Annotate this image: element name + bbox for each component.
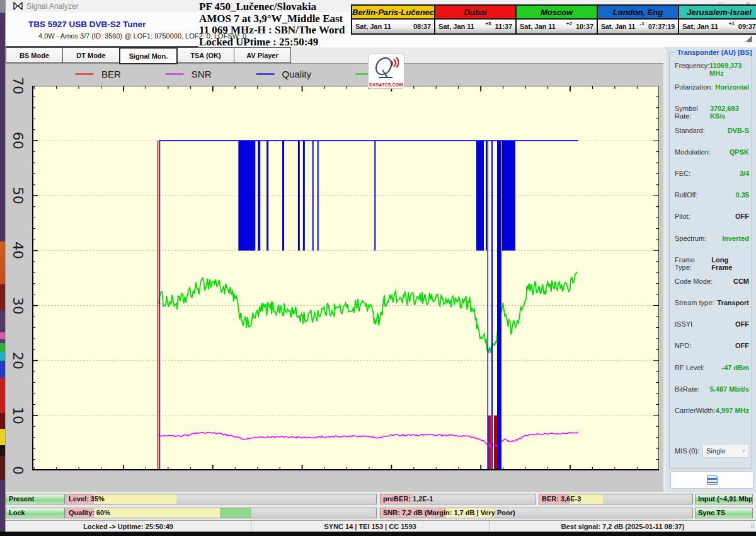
field-label: Symbol Rate:: [675, 105, 710, 120]
plot-background: [32, 86, 659, 470]
quality-dip: [487, 141, 488, 470]
mode-button-tsa-ok-[interactable]: TSA (OK): [177, 47, 234, 63]
transponder-rows: Frequency:11069,373 MHzPolarization:Hori…: [675, 62, 750, 428]
field-value: 3/4: [740, 170, 750, 177]
resize-grip-icon[interactable]: ⠿: [750, 523, 755, 530]
transponder-row: RF Level:-47 dBm: [675, 364, 750, 385]
field-value: 5,487 Mbit/s: [710, 385, 750, 393]
quality-dip: [282, 141, 284, 250]
header-line: 11 069 MHz-H : SBN/The Word: [199, 25, 345, 37]
header-line: AMOS 7 at 3,9°W_Middle East: [199, 13, 345, 25]
mode-button-av-player[interactable]: AV Player: [234, 47, 291, 63]
quality-dip: [312, 141, 314, 250]
field-label: FEC:: [675, 170, 690, 177]
quality-dip: [502, 141, 515, 250]
detail-view-button[interactable]: [670, 471, 753, 489]
transponder-row: Polarization:Horizontal: [675, 83, 750, 105]
quality-dip: [238, 141, 255, 250]
groupbox-title: Transponder (AU) [BS]: [675, 49, 755, 56]
status-section: Best signal: 7,2 dB (2025-01-11 08:37): [490, 521, 756, 532]
clock-panel[interactable]: MoscowSat, Jan 11+210:37: [515, 4, 598, 35]
signal-chart: [32, 86, 659, 470]
signal-meters: PresentLevel: 35%preBER: 1,2E-1BER: 3,6E…: [6, 492, 756, 520]
clock-utc-offset: +3: [485, 20, 491, 26]
clock-body: Sat, Jan 11+109:37: [678, 20, 756, 35]
chart-legend: BERSNRQualityLevel: [75, 69, 404, 79]
field-label: Stream type:: [675, 299, 714, 306]
field-value: -47 dBm: [722, 364, 750, 371]
meter-snr-7-2-db-margin-1-: SNR: 7,2 dB (Margin: 1,7 dB | Very Poor): [380, 508, 693, 518]
transponder-row: Standard:DVB-S: [675, 127, 750, 148]
clock-panel[interactable]: Berlin-Paris-LučenecSat, Jan 1108:37: [351, 4, 435, 35]
field-label: Modulation:: [675, 148, 711, 156]
window-title: Signal Analyzer: [26, 2, 79, 11]
mis-select[interactable]: Single ˅: [702, 444, 749, 458]
satellite-dish-icon: [374, 56, 399, 80]
quality-dip: [491, 141, 493, 470]
meter-label: Input (~4,91 Mbps): [698, 495, 753, 503]
field-value: OFF: [735, 213, 750, 220]
world-clocks[interactable]: Berlin-Paris-LučenecSat, Jan 1108:37Duba…: [351, 4, 756, 35]
field-value: Long Frame: [711, 256, 750, 271]
field-value: 0.35: [736, 191, 750, 199]
meter-fill-segment: [220, 508, 251, 518]
clock-time: 08:37: [413, 23, 431, 30]
quality-dip: [303, 141, 305, 250]
meter-label: Sync TS: [698, 509, 725, 516]
meter-present: Present: [6, 494, 65, 504]
y-axis-label: 70: [11, 76, 26, 95]
legend-swatch: [165, 73, 184, 75]
field-label: Spectrum:: [675, 235, 706, 242]
status-bar: Locked -> Uptime: 25:50:49SYNC 14 | TEI …: [6, 520, 756, 532]
meter-sync-ts: Sync TS: [695, 508, 753, 518]
meter-label: Level: 35%: [69, 495, 105, 503]
ber-spike: [494, 416, 497, 470]
quality-dip: [497, 141, 501, 470]
y-axis-label: 0: [11, 461, 26, 480]
clock-date: Sat, Jan 11: [682, 23, 729, 30]
legend-swatch: [75, 73, 94, 75]
status-text: Locked -> Uptime: 25:50:49: [83, 523, 173, 530]
quality-dip: [486, 141, 487, 250]
meter-label: BER: 3,6E-3: [542, 495, 581, 503]
status-text: SYNC 14 | TEI 153 | CC 1593: [324, 523, 416, 530]
field-label: BitRate:: [675, 385, 699, 393]
transponder-row: Stream type:Transport: [675, 299, 750, 320]
mode-button-bs-mode[interactable]: BS Mode: [6, 47, 63, 63]
meter-preber-1-2e-1: preBER: 1,2E-1: [380, 494, 536, 504]
clock-panel[interactable]: DubaiSat, Jan 11+311:37: [434, 4, 517, 35]
meter-ber-3-6e-3: BER: 3,6E-3: [539, 494, 693, 504]
tuner-name: TBS 5927 USB DVB-S2 Tuner: [28, 20, 146, 29]
y-axis-label: 20: [11, 351, 26, 370]
clocks-resize-grip[interactable]: [745, 35, 752, 42]
transponder-row: ISSYIOFF: [675, 320, 750, 342]
field-value: OFF: [735, 320, 750, 328]
transponder-groupbox: Transponder (AU) [BS] Frequency:11069,37…: [669, 52, 752, 469]
clock-city: Jerusalem-Israel: [678, 4, 756, 20]
mis-row: MIS (0): Single ˅: [675, 444, 749, 458]
field-label: Code Mode:: [675, 277, 713, 285]
clock-panel[interactable]: Jerusalem-IsraelSat, Jan 11+109:37: [678, 4, 756, 35]
field-label: Standard:: [675, 127, 705, 134]
logo-text: DXSATCS.COM: [369, 83, 404, 87]
transponder-row: Code Mode:CCM: [675, 277, 750, 299]
legend-swatch: [256, 73, 275, 75]
meter-fill-segment: [94, 508, 220, 518]
transponder-row: FEC:3/4: [675, 170, 750, 191]
clock-body: Sat, Jan 11-107:37:19: [597, 20, 679, 35]
clock-time: 09:37: [738, 23, 756, 30]
transponder-row: Modulation:QPSK: [675, 148, 750, 170]
transponder-row: BitRate:5,487 Mbit/s: [675, 385, 750, 407]
transponder-row: Frequency:11069,373 MHz: [675, 62, 750, 83]
clock-panel[interactable]: London, EngSat, Jan 11-107:37:19: [597, 4, 679, 35]
meter-level-35-: Level: 35%: [66, 494, 377, 504]
mode-button-signal-mon-[interactable]: Signal Mon.: [119, 47, 178, 64]
field-value: Inverted: [722, 235, 750, 242]
dxsatcs-logo: DXSATCS.COM: [368, 54, 404, 89]
clock-city: Dubai: [434, 4, 517, 20]
field-label: RF Level:: [675, 364, 704, 371]
quality-dip: [258, 141, 260, 250]
field-value: Horizontal: [715, 83, 750, 91]
clock-time: 11:37: [495, 23, 513, 30]
mode-button-dt-mode[interactable]: DT Mode: [62, 47, 120, 63]
